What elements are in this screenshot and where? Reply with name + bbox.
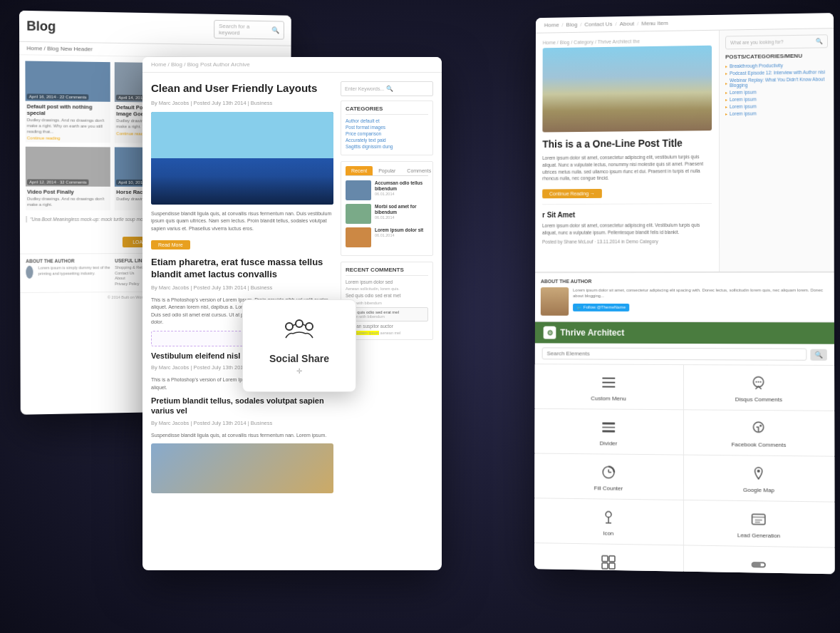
thrive-post-main: Home / Blog / Category / Thrive Architec… bbox=[535, 31, 719, 272]
sidebar-link[interactable]: Webinar Replay: What You Didn't Know Abo… bbox=[725, 76, 828, 88]
panel-title: Thrive Architect bbox=[560, 328, 624, 338]
svg-point-9 bbox=[756, 381, 757, 382]
progress-bar-icon bbox=[749, 554, 769, 574]
svg-rect-12 bbox=[602, 422, 615, 424]
blog-search-box[interactable]: Search for a keyword 🔍 bbox=[214, 20, 284, 40]
element-label: Icon bbox=[603, 530, 613, 536]
svg-point-10 bbox=[758, 381, 759, 382]
social-share-popup: Social Share ✛ bbox=[242, 299, 356, 392]
card-image: April 12, 2014 · 32 Comments bbox=[26, 147, 110, 187]
category-link[interactable]: Accurately text paid bbox=[346, 138, 428, 143]
element-progress-bar[interactable]: Progress Bar bbox=[683, 545, 834, 574]
footer-about: ABOUT THE AUTHOR Lorem ipsum is simply d… bbox=[26, 258, 110, 288]
panel-icon: ⚙ bbox=[544, 326, 556, 339]
element-label: Lead Generation bbox=[737, 532, 780, 539]
continue-reading-link[interactable]: Continue reading bbox=[27, 136, 109, 141]
categories-widget: CATEGORIES Author default et Post format… bbox=[341, 101, 433, 155]
post-thumb bbox=[346, 204, 371, 224]
thrive-panel: ⚙ Thrive Architect 🔍 Custom Menu Disqus … bbox=[534, 321, 835, 575]
category-link[interactable]: Author default et bbox=[346, 118, 428, 123]
widget-title: Posts/Categories/Menu bbox=[725, 52, 828, 60]
category-link[interactable]: Price comparison bbox=[346, 131, 428, 136]
element-custom-menu[interactable]: Custom Menu bbox=[535, 364, 683, 409]
search-icon: 🔍 bbox=[386, 86, 393, 92]
nav-about[interactable]: About bbox=[620, 21, 635, 27]
panel-header: ⚙ Thrive Architect bbox=[535, 322, 834, 344]
twitter-follow[interactable]: 🐦 Follow @ThemeName bbox=[573, 304, 629, 312]
disqus-icon bbox=[749, 373, 769, 393]
thrive-search-box[interactable]: What are you looking for? 🔍 bbox=[725, 34, 828, 49]
category-link[interactable]: Sagittis dignissim dung bbox=[346, 144, 428, 149]
breadcrumb: Home / Blog / Category / Thrive Architec… bbox=[543, 38, 712, 46]
post-thumb bbox=[346, 227, 371, 247]
sidebar-link[interactable]: Lorem ipsum bbox=[725, 110, 828, 116]
card-image: April 16, 2014 · 22 Comments bbox=[25, 61, 110, 101]
element-fill-counter[interactable]: Fill Counter bbox=[534, 453, 683, 499]
author-section: About the Author Lorem ipsum dolor sit a… bbox=[535, 272, 834, 322]
blog-title: Blog bbox=[26, 19, 56, 34]
search-elements-input[interactable] bbox=[542, 347, 807, 360]
thrive-hero-img bbox=[542, 46, 712, 133]
second-post: r Sit Amet Lorem ipsum dolor sit amet, c… bbox=[542, 203, 712, 244]
author-avatar bbox=[541, 287, 569, 316]
img-overlay: April 16, 2014 · 22 Comments bbox=[27, 93, 89, 100]
sidebar-link[interactable]: Lorem ipsum bbox=[725, 88, 828, 95]
tab-recent[interactable]: Recent bbox=[346, 166, 373, 175]
article-image2 bbox=[151, 443, 333, 493]
nav-blog[interactable]: Blog bbox=[566, 21, 578, 28]
svg-rect-22 bbox=[752, 514, 765, 524]
road-scene bbox=[542, 46, 712, 133]
element-disqus[interactable]: Disqus Comments bbox=[683, 365, 834, 411]
element-google-map[interactable]: Google Map bbox=[683, 456, 834, 502]
svg-point-21 bbox=[606, 511, 611, 517]
sidebar-link[interactable]: Lorem ipsum bbox=[725, 96, 828, 102]
svg-point-16 bbox=[759, 424, 762, 426]
article-meta: By Marc Jacobs | Posted July 13th 2014 |… bbox=[151, 100, 333, 106]
blog-header: Blog Search for a keyword 🔍 bbox=[19, 11, 291, 46]
keyword-search[interactable]: Enter Keywords... 🔍 bbox=[341, 81, 433, 96]
nav-contact[interactable]: Contact Us bbox=[584, 21, 612, 28]
tab-popular[interactable]: Popular bbox=[373, 166, 401, 175]
social-share-label: Social Share bbox=[269, 353, 329, 364]
continue-reading-btn[interactable]: Continue Reading → bbox=[542, 189, 602, 198]
post-item: Lorem ipsum dolor sit 06.01.2014 bbox=[346, 227, 428, 247]
custom-menu-icon bbox=[598, 372, 618, 392]
section4-title: Pretium blandit tellus, sodales volutpat… bbox=[151, 396, 333, 416]
author-text: Lorem ipsum dolor sit amet, consectetur … bbox=[573, 287, 829, 299]
about-text: Lorem ipsum is simply dummy text of the … bbox=[38, 265, 111, 277]
about-title: ABOUT THE AUTHOR bbox=[26, 258, 110, 264]
card-title: Default post with nothing special bbox=[27, 103, 109, 117]
element-post-grid[interactable]: Post Grid bbox=[534, 543, 683, 574]
svg-rect-14 bbox=[602, 430, 615, 432]
nav-home[interactable]: Home bbox=[544, 22, 559, 29]
element-label: Facebook Comments bbox=[731, 441, 786, 448]
search-submit-btn[interactable]: 🔍 bbox=[810, 349, 826, 360]
svg-rect-27 bbox=[609, 555, 615, 561]
blog-card: April 12, 2014 · 32 Comments Video Post … bbox=[26, 147, 110, 210]
svg-rect-29 bbox=[609, 562, 615, 568]
element-facebook[interactable]: Facebook Comments bbox=[683, 410, 834, 456]
category-link[interactable]: Post format images bbox=[346, 125, 428, 130]
element-label: Custom Menu bbox=[591, 395, 626, 401]
element-lead-gen[interactable]: Lead Generation bbox=[683, 500, 834, 547]
second-meta: Posted by Shane McLouf · 13.11.2014 in D… bbox=[542, 239, 712, 245]
element-icon[interactable]: Icon bbox=[534, 498, 683, 545]
thrive-post-area: Home / Blog / Category / Thrive Architec… bbox=[535, 29, 834, 272]
read-more-btn[interactable]: Read More bbox=[151, 240, 190, 249]
sidebar-link[interactable]: Lorem ipsum bbox=[725, 103, 828, 109]
element-divider[interactable]: Divider bbox=[534, 409, 683, 455]
google-map-icon bbox=[749, 463, 769, 484]
twitter-label: Follow @ThemeName bbox=[584, 305, 626, 309]
article-content: Clean and User Friendly Layouts By Marc … bbox=[142, 73, 442, 502]
sidebar-link[interactable]: Breakthrough Productivity bbox=[725, 62, 828, 68]
tab-comments[interactable]: Comments bbox=[401, 166, 437, 175]
article-body: Suspendisse blandit ligula quis, at conv… bbox=[151, 210, 333, 233]
nav-menu[interactable]: Menu Item bbox=[641, 20, 668, 27]
thrive-post-title: This is a a One-Line Post Title bbox=[542, 136, 712, 150]
social-share-icon bbox=[281, 316, 317, 349]
sidebar-link[interactable]: Podcast Episode 12: Interview with Autho… bbox=[725, 69, 828, 76]
card-title: Video Post Finally bbox=[27, 189, 109, 195]
second-body: Lorem ipsum dolor sit amet, consectetur … bbox=[542, 222, 712, 236]
divider-icon bbox=[598, 417, 618, 437]
post-tabs: Recent Popular Comments bbox=[346, 166, 428, 176]
